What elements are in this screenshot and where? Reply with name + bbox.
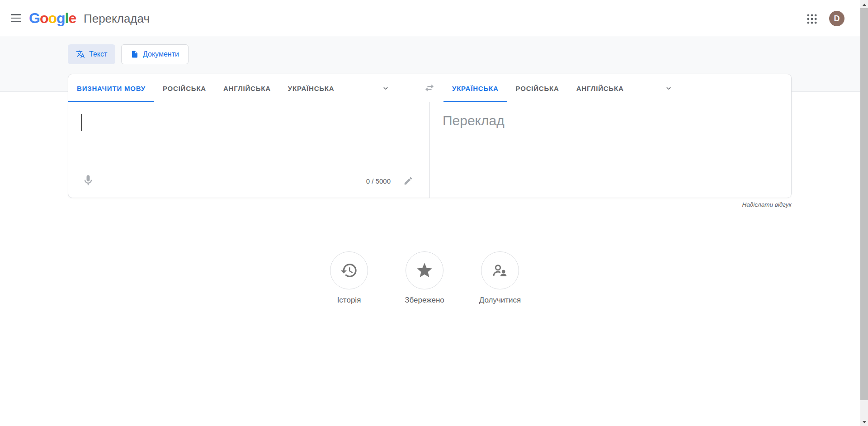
tab-source-english[interactable]: АНГЛІЙСЬКА (215, 74, 279, 102)
shortcut-saved: Збережено (406, 251, 443, 289)
contribute-button[interactable] (481, 251, 519, 289)
tab-target-english[interactable]: АНГЛІЙСЬКА (568, 74, 632, 102)
google-logo[interactable]: Google (29, 9, 76, 27)
chevron-down-icon (665, 84, 673, 92)
source-text-input[interactable]: 0 / 5000 (68, 102, 429, 198)
page-title: Перекладач (84, 12, 150, 26)
target-text-output: Переклад (430, 102, 792, 198)
history-icon (340, 261, 358, 279)
vertical-scrollbar[interactable] (860, 0, 868, 426)
send-feedback-link[interactable]: Надіслати відгук (68, 201, 792, 208)
chevron-down-icon (382, 84, 390, 92)
tab-text-label: Текст (89, 50, 107, 58)
translation-placeholder: Переклад (443, 113, 505, 128)
shortcut-contribute: Долучитися (481, 251, 519, 289)
shortcuts-row: Історія Збережено Долучитися (330, 251, 519, 289)
shortcut-history: Історія (330, 251, 368, 289)
tab-text-mode[interactable]: Текст (68, 44, 115, 64)
shortcut-label: Історія (337, 296, 361, 305)
avatar[interactable]: D (829, 11, 844, 26)
document-icon (131, 50, 139, 58)
logo-letter: e (68, 10, 76, 26)
star-icon (415, 261, 434, 279)
tab-target-russian[interactable]: РОСІЙСЬКА (507, 74, 568, 102)
apps-grid-icon[interactable] (806, 13, 818, 25)
hamburger-icon[interactable] (11, 13, 23, 24)
saved-button[interactable] (406, 251, 443, 289)
shortcut-label: Збережено (405, 296, 444, 305)
tab-source-ukrainian[interactable]: УКРАЇНСЬКА (279, 74, 343, 102)
tab-target-ukrainian[interactable]: УКРАЇНСЬКА (443, 74, 507, 102)
tab-source-russian[interactable]: РОСІЙСЬКА (154, 74, 215, 102)
source-more-languages-button[interactable] (379, 74, 392, 102)
scrollbar-down-arrow[interactable] (863, 421, 866, 423)
swap-languages-button[interactable] (419, 77, 440, 99)
translate-card: ВИЗНАЧИТИ МОВУ РОСІЙСЬКА АНГЛІЙСЬКА УКРА… (68, 74, 792, 198)
mic-icon[interactable] (82, 174, 94, 187)
translate-panels: 0 / 5000 Переклад (68, 102, 791, 198)
logo-letter: o (40, 10, 48, 26)
app-header: Google Перекладач D (0, 0, 868, 36)
contribute-icon (491, 261, 509, 279)
tab-detect-language[interactable]: ВИЗНАЧИТИ МОВУ (68, 74, 154, 102)
swap-arrows-icon (424, 82, 435, 94)
history-button[interactable] (330, 251, 368, 289)
shortcut-label: Долучитися (479, 296, 521, 305)
scrollbar-thumb[interactable] (860, 8, 868, 400)
source-language-tabs: ВИЗНАЧИТИ МОВУ РОСІЙСЬКА АНГЛІЙСЬКА УКРА… (68, 74, 343, 102)
tab-documents-label: Документи (143, 50, 179, 58)
translate-icon (76, 50, 85, 59)
character-counter: 0 / 5000 (366, 177, 391, 185)
target-language-tabs: УКРАЇНСЬКА РОСІЙСЬКА АНГЛІЙСЬКА (443, 74, 632, 102)
edit-pencil-icon[interactable] (403, 176, 413, 186)
text-caret (81, 114, 82, 131)
tab-documents-mode[interactable]: Документи (121, 44, 189, 64)
target-more-languages-button[interactable] (662, 74, 675, 102)
language-bar: ВИЗНАЧИТИ МОВУ РОСІЙСЬКА АНГЛІЙСЬКА УКРА… (68, 74, 791, 102)
logo-letter: o (48, 10, 57, 26)
logo-letter: G (29, 10, 40, 26)
logo-letter: g (57, 10, 65, 26)
scrollbar-up-arrow[interactable] (863, 4, 866, 6)
